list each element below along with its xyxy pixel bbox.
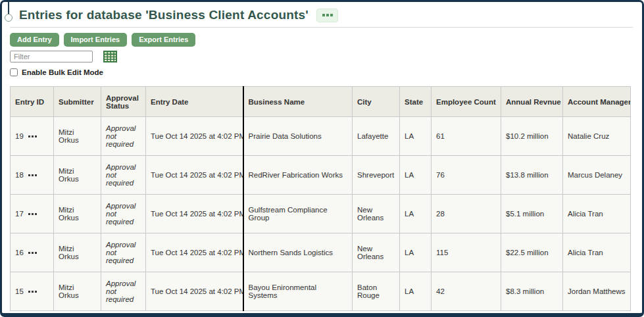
row-actions-menu[interactable] — [28, 212, 37, 216]
title-row: Entries for database 'Business Client Ac… — [10, 8, 633, 22]
employee-count-cell: 76 — [432, 156, 501, 195]
row-actions-menu[interactable] — [28, 173, 37, 178]
annotation-line — [8, 2, 9, 14]
state-cell: LA — [400, 117, 432, 156]
entry-id-value: 18 — [15, 171, 24, 179]
submitter-cell: Mitzi Orkus — [54, 156, 101, 195]
column-header-business-name: Business Name — [243, 87, 353, 117]
table-row: 15 Mitzi Orkus Approval not required Tue… — [11, 272, 631, 311]
state-cell: LA — [400, 156, 432, 195]
export-entries-button[interactable]: Export Entries — [132, 33, 195, 47]
annual-revenue-cell: $5.1 million — [501, 195, 563, 233]
account-manager-cell: Natalie Cruz — [563, 117, 631, 156]
table-grid-icon — [103, 55, 117, 64]
more-options-button[interactable] — [316, 9, 338, 22]
employee-count-cell: 61 — [432, 117, 501, 156]
page-title: Entries for database 'Business Client Ac… — [19, 8, 309, 22]
page-content: Entries for database 'Business Client Ac… — [2, 2, 642, 311]
table-row: 17 Mitzi Orkus Approval not required Tue… — [11, 195, 631, 233]
submitter-cell: Mitzi Orkus — [54, 195, 101, 233]
add-entry-button[interactable]: Add Entry — [10, 33, 59, 47]
entry-date-cell: Tue Oct 14 2025 at 4:02 PM — [146, 272, 243, 311]
entry-id-cell: 15 — [11, 272, 54, 311]
business-name-cell: RedRiver Fabrication Works — [243, 156, 353, 195]
annotation-circle — [5, 14, 12, 22]
column-header-entry-id: Entry ID — [11, 87, 54, 117]
approval-status-cell: Approval not required — [101, 117, 146, 156]
account-manager-cell: Alicia Tran — [563, 195, 631, 233]
bulk-edit-checkbox[interactable] — [10, 68, 18, 76]
entry-id-cell: 17 — [11, 195, 54, 233]
row-actions-menu[interactable] — [28, 251, 37, 255]
annual-revenue-cell: $13.8 million — [501, 156, 563, 195]
business-name-cell: Bayou Enironmental Systems — [243, 272, 353, 311]
column-header-city: City — [353, 87, 400, 117]
column-header-state: State — [400, 87, 432, 117]
filter-row — [10, 51, 633, 62]
filter-input[interactable] — [10, 51, 93, 62]
title-divider — [10, 27, 633, 28]
business-name-cell: Prairie Data Solutions — [243, 117, 353, 156]
toolbar: Add Entry Import Entries Export Entries — [10, 33, 633, 47]
entry-date-cell: Tue Oct 14 2025 at 4:02 PM — [146, 195, 243, 233]
column-header-approval-status: Approval Status — [101, 87, 146, 117]
account-manager-cell: Jordan Matthews — [563, 272, 631, 311]
entry-id-value: 19 — [15, 132, 24, 140]
entries-table: Entry ID Submitter Approval Status Entry… — [10, 86, 631, 311]
table-header-row: Entry ID Submitter Approval Status Entry… — [11, 87, 631, 117]
employee-count-cell: 28 — [432, 195, 501, 233]
entry-date-cell: Tue Oct 14 2025 at 4:02 PM — [146, 117, 243, 156]
approval-status-cell: Approval not required — [101, 233, 146, 272]
annual-revenue-cell: $10.2 million — [501, 117, 563, 156]
approval-status-cell: Approval not required — [101, 195, 146, 233]
business-name-cell: Northern Sands Logistics — [243, 233, 353, 272]
account-manager-cell: Alicia Tran — [563, 233, 631, 272]
table-row: 18 Mitzi Orkus Approval not required Tue… — [11, 156, 631, 195]
employee-count-cell: 42 — [432, 272, 501, 311]
employee-count-cell: 115 — [432, 233, 501, 272]
entry-id-cell: 16 — [11, 233, 54, 272]
city-cell: Baton Rouge — [353, 272, 400, 311]
column-header-annual-revenue: Annual Revnue — [501, 87, 563, 117]
column-header-submitter: Submitter — [54, 87, 101, 117]
state-cell: LA — [400, 233, 432, 272]
annual-revenue-cell: $8.3 million — [501, 272, 563, 311]
table-row: 19 Mitzi Orkus Approval not required Tue… — [11, 117, 631, 156]
entry-date-cell: Tue Oct 14 2025 at 4:02 PM — [146, 233, 243, 272]
approval-status-cell: Approval not required — [101, 272, 146, 311]
import-entries-button[interactable]: Import Entries — [64, 33, 128, 47]
entry-date-cell: Tue Oct 14 2025 at 4:02 PM — [146, 156, 243, 195]
account-manager-cell: Marcus Delaney — [563, 156, 631, 195]
entry-id-value: 15 — [15, 287, 24, 295]
city-cell: Lafayette — [353, 117, 400, 156]
bulk-edit-row: Enable Bulk Edit Mode — [10, 68, 633, 76]
entry-id-value: 17 — [15, 210, 24, 218]
state-cell: LA — [400, 195, 432, 233]
page-frame: Entries for database 'Business Client Ac… — [0, 0, 644, 317]
column-header-entry-date: Entry Date — [146, 87, 243, 117]
column-header-account-manager: Account Manager — [563, 87, 631, 117]
submitter-cell: Mitzi Orkus — [54, 117, 101, 156]
city-cell: Shreveport — [353, 156, 400, 195]
row-actions-menu[interactable] — [28, 134, 37, 139]
column-header-employee-count: Employee Count — [432, 87, 501, 117]
approval-status-cell: Approval not required — [101, 156, 146, 195]
submitter-cell: Mitzi Orkus — [54, 272, 101, 311]
city-cell: New Orleans — [353, 195, 400, 233]
submitter-cell: Mitzi Orkus — [54, 233, 101, 272]
bulk-edit-label: Enable Bulk Edit Mode — [22, 68, 103, 76]
entry-id-cell: 18 — [11, 156, 54, 195]
state-cell: LA — [400, 272, 432, 311]
row-actions-menu[interactable] — [28, 289, 37, 294]
table-row: 16 Mitzi Orkus Approval not required Tue… — [11, 233, 631, 272]
entry-id-cell: 19 — [11, 117, 54, 156]
annual-revenue-cell: $22.5 million — [501, 233, 563, 272]
business-name-cell: Gulfstream Compliance Group — [243, 195, 353, 233]
grid-view-button[interactable] — [103, 51, 117, 62]
entry-id-value: 16 — [15, 249, 24, 256]
city-cell: New Orleans — [353, 233, 400, 272]
